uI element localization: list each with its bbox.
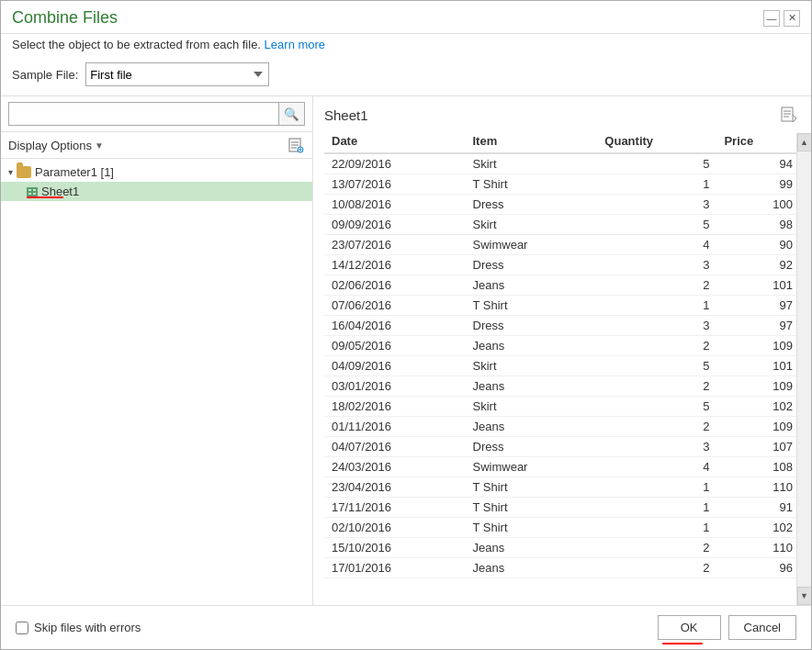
table-cell: 97 — [716, 316, 800, 336]
table-cell: Skirt — [466, 397, 598, 417]
table-row: 04/07/2016Dress3107 — [324, 437, 800, 457]
table-cell: 14/12/2016 — [324, 255, 466, 275]
vertical-scrollbar: ▲ ▼ — [796, 133, 811, 605]
scroll-track[interactable] — [797, 151, 812, 587]
table-cell: T Shirt — [466, 477, 598, 498]
table-cell: 108 — [716, 457, 800, 477]
table-cell: 18/02/2016 — [324, 397, 466, 417]
table-cell: 1 — [597, 174, 716, 195]
table-cell: Jeans — [466, 538, 598, 558]
table-cell: 109 — [716, 336, 800, 356]
table-row: 09/09/2016Skirt598 — [324, 215, 800, 235]
display-options-row: Display Options ▼ — [1, 132, 312, 159]
close-button[interactable]: ✕ — [784, 10, 800, 27]
table-row: 07/06/2016T Shirt197 — [324, 296, 800, 316]
table-cell: Skirt — [466, 153, 598, 174]
footer: Skip files with errors OK Cancel — [1, 605, 811, 649]
learn-more-link[interactable]: Learn more — [265, 38, 325, 51]
table-cell: 97 — [716, 296, 800, 316]
scroll-up-button[interactable]: ▲ — [797, 133, 812, 151]
table-row: 13/07/2016T Shirt199 — [324, 174, 800, 195]
table-cell: 04/09/2016 — [324, 356, 466, 376]
table-row: 22/09/2016Skirt594 — [324, 153, 800, 174]
col-item: Item — [466, 129, 598, 153]
main-content: 🔍 Display Options ▼ — [1, 95, 811, 605]
table-cell: 94 — [716, 153, 800, 174]
table-cell: 01/11/2016 — [324, 417, 466, 437]
skip-files-row: Skip files with errors — [16, 621, 141, 634]
table-cell: Dress — [466, 316, 598, 336]
table-cell: 09/09/2016 — [324, 215, 466, 235]
table-cell: 5 — [597, 397, 716, 417]
sample-file-row: Sample File: First file — [1, 59, 811, 95]
header-row: Date Item Quantity Price — [324, 129, 800, 153]
table-row: 02/10/2016T Shirt1102 — [324, 518, 800, 538]
skip-files-label: Skip files with errors — [34, 621, 141, 634]
cancel-button[interactable]: Cancel — [728, 615, 796, 640]
table-cell: 98 — [716, 215, 800, 235]
table-cell: Skirt — [466, 215, 598, 235]
table-cell: 23/07/2016 — [324, 235, 466, 255]
table-cell: 4 — [597, 235, 716, 255]
footer-buttons: OK Cancel — [658, 615, 796, 640]
table-cell: Jeans — [466, 336, 598, 356]
skip-files-checkbox[interactable] — [16, 622, 28, 634]
folder-icon — [17, 166, 31, 178]
scroll-down-button[interactable]: ▼ — [797, 587, 812, 605]
table-cell: 5 — [597, 356, 716, 376]
table-cell: 100 — [716, 195, 800, 215]
col-price: Price — [716, 129, 800, 153]
table-cell: 90 — [716, 235, 800, 255]
sample-file-select[interactable]: First file — [85, 62, 269, 86]
table-cell: 1 — [597, 498, 716, 518]
table-cell: 2 — [597, 558, 716, 578]
grid-cell-4 — [32, 192, 37, 196]
table-cell: Dress — [466, 437, 598, 457]
preview-header: Sheet1 — [313, 96, 811, 129]
table-row: 23/04/2016T Shirt1110 — [324, 477, 800, 498]
table-cell: Dress — [466, 255, 598, 275]
title-controls: — ✕ — [763, 10, 800, 27]
search-bar: 🔍 — [1, 96, 312, 132]
table-row: 02/06/2016Jeans2101 — [324, 275, 800, 296]
subtitle-row: Select the object to be extracted from e… — [1, 34, 811, 59]
minimize-button[interactable]: — — [763, 10, 780, 27]
new-query-icon[interactable] — [287, 136, 305, 154]
table-cell: 17/01/2016 — [324, 558, 466, 578]
table-cell: 02/06/2016 — [324, 275, 466, 296]
table-cell: Swimwear — [466, 235, 598, 255]
col-date: Date — [324, 129, 466, 153]
table-row: 18/02/2016Skirt5102 — [324, 397, 800, 417]
table-cell: 15/10/2016 — [324, 538, 466, 558]
table-row: 15/10/2016Jeans2110 — [324, 538, 800, 558]
sheet-icon — [27, 187, 38, 196]
table-body: 22/09/2016Skirt59413/07/2016T Shirt19910… — [324, 153, 800, 578]
combine-files-dialog: Combine Files — ✕ Select the object to b… — [0, 0, 812, 650]
search-input[interactable] — [8, 102, 279, 126]
tree-folder-item[interactable]: ▾ Parameter1 [1] — [1, 162, 312, 182]
table-cell: 07/06/2016 — [324, 296, 466, 316]
preview-title: Sheet1 — [324, 107, 368, 123]
tree-sheet-item[interactable]: Sheet1 — [1, 182, 312, 201]
table-row: 17/11/2016T Shirt191 — [324, 498, 800, 518]
table-cell: 109 — [716, 376, 800, 397]
table-row: 10/08/2016Dress3100 — [324, 195, 800, 215]
table-cell: 5 — [597, 215, 716, 235]
table-cell: Skirt — [466, 356, 598, 376]
table-cell: 23/04/2016 — [324, 477, 466, 498]
table-cell: 109 — [716, 417, 800, 437]
table-cell: 13/07/2016 — [324, 174, 466, 195]
preview-action-icon[interactable] — [778, 104, 800, 126]
subtitle-text: Select the object to be extracted from e… — [12, 38, 261, 51]
table-cell: 3 — [597, 316, 716, 336]
table-cell: 102 — [716, 518, 800, 538]
table-cell: 107 — [716, 437, 800, 457]
table-cell: 2 — [597, 376, 716, 397]
display-options-button[interactable]: Display Options ▼ — [8, 139, 104, 152]
dialog-title: Combine Files — [12, 8, 118, 28]
search-button[interactable]: 🔍 — [279, 102, 305, 126]
table-cell: 2 — [597, 417, 716, 437]
ok-button[interactable]: OK — [658, 615, 721, 640]
table-container: Date Item Quantity Price 22/09/2016Skirt… — [313, 129, 811, 605]
table-cell: 03/01/2016 — [324, 376, 466, 397]
